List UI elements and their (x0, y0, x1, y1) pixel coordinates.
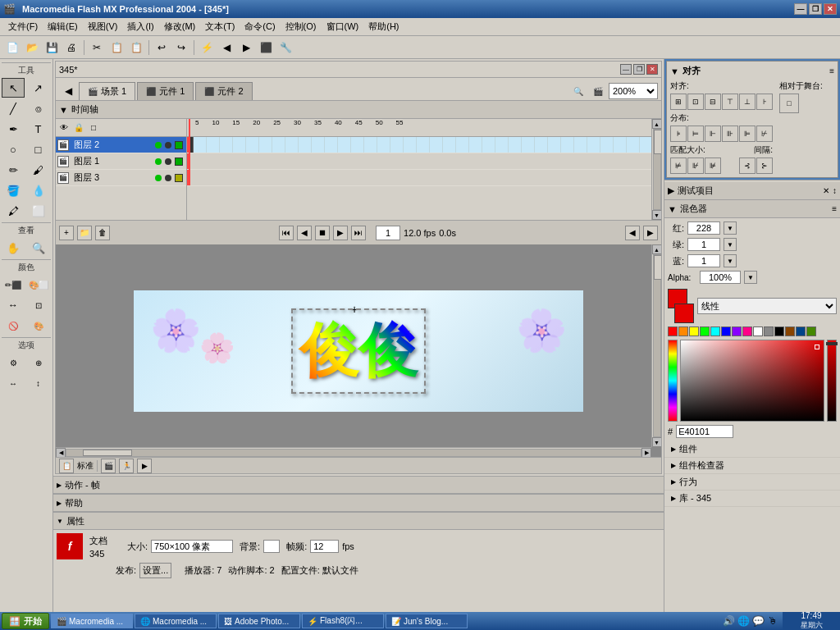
timeline-vscroll[interactable]: ▲ ▼ (651, 119, 661, 220)
play-prev-btn[interactable]: ⏮ (279, 226, 294, 240)
align-right[interactable]: ⊟ (705, 94, 721, 110)
red-input[interactable] (687, 221, 720, 235)
option3[interactable]: ↔ (2, 373, 25, 393)
hue-bar[interactable] (668, 340, 678, 422)
tool-ink[interactable]: 💧 (27, 180, 50, 200)
style-select[interactable]: 线性 纯色 径向 位图 (697, 298, 837, 314)
menu-file[interactable]: 文件(F) (3, 19, 43, 34)
add-layer-btn[interactable]: + (59, 226, 74, 240)
scene-tab-2[interactable]: ⬛ 元件 1 (137, 82, 194, 100)
mixer-options[interactable]: ≡ (832, 204, 837, 213)
green-dropdown[interactable]: ▼ (724, 238, 737, 251)
match-3[interactable]: ⊯ (705, 158, 721, 174)
menu-text[interactable]: 文本(T) (200, 19, 240, 34)
option2[interactable]: ⊕ (27, 353, 50, 372)
tray-icon-4[interactable]: 🖰 (766, 614, 779, 628)
tool-pen[interactable]: ✒ (2, 119, 25, 139)
start-button[interactable]: 🪟 开始 (2, 613, 49, 629)
close-button[interactable]: ✕ (824, 3, 837, 15)
flash-close-btn[interactable]: ✕ (646, 64, 658, 75)
menu-modify[interactable]: 修改(M) (159, 19, 201, 34)
tb-btn3[interactable]: ▶ (237, 39, 255, 57)
size-input[interactable] (151, 540, 233, 553)
dist-4[interactable]: ⊪ (722, 126, 738, 142)
swatch-black[interactable] (774, 326, 784, 336)
tool-rect[interactable]: □ (27, 139, 50, 159)
fill-color[interactable]: 🎨⬜ (27, 275, 50, 294)
outline-icon[interactable]: □ (87, 121, 100, 135)
play-fwd-btn[interactable]: ▶ (333, 226, 348, 240)
tb-btn2[interactable]: ◀ (217, 39, 235, 57)
flash-min-btn[interactable]: — (620, 64, 632, 75)
tl-scroll-right[interactable]: ▶ (643, 226, 658, 240)
group-inspector-panel[interactable]: ▶ 组件检查器 (664, 458, 840, 474)
open-btn[interactable]: 📂 (23, 39, 41, 57)
style-panel-header[interactable]: ▶ 测试项目 ✕ ↕ (664, 182, 840, 200)
tray-icon-2[interactable]: 🌐 (737, 614, 750, 628)
tool-text[interactable]: T (27, 119, 50, 139)
tool-zoom[interactable]: 🔍 (27, 238, 50, 258)
flash-restore-btn[interactable]: ❐ (633, 64, 645, 75)
status-icon4[interactable]: ▶ (137, 459, 152, 473)
undo-btn[interactable]: ↩ (153, 39, 171, 57)
color-mixer-header[interactable]: ▼ 混色器 ≡ (664, 200, 840, 218)
tl-scroll-left[interactable]: ◀ (625, 226, 640, 240)
stage-vscroll[interactable]: ▲ ▼ (651, 244, 661, 447)
print-btn[interactable]: 🖨 (62, 39, 80, 57)
properties-panel-header[interactable]: ▼ 属性 (53, 512, 664, 530)
swatch-red[interactable] (668, 326, 678, 336)
lock-icon[interactable]: 🔒 (72, 121, 85, 135)
scene-tab-1[interactable]: 🎬 场景 1 (79, 82, 135, 100)
tb-btn5[interactable]: 🔧 (276, 39, 294, 57)
stop-btn[interactable]: ⏹ (315, 226, 330, 240)
menu-edit[interactable]: 编辑(E) (43, 19, 83, 34)
green-input[interactable] (687, 238, 720, 251)
play-next-btn[interactable]: ⏭ (351, 226, 366, 240)
zoom-scene-btn[interactable]: 🎬 (589, 82, 607, 100)
taskbar-item-1[interactable]: 🎬 Macromedia ... (51, 614, 133, 628)
tool-oval[interactable]: ○ (2, 139, 25, 159)
tray-icon-1[interactable]: 🔊 (722, 614, 735, 628)
swatch-violet[interactable] (732, 326, 742, 336)
tb-btn1[interactable]: ⚡ (198, 39, 216, 57)
copy-btn[interactable]: 📋 (107, 39, 126, 57)
blue-input[interactable] (687, 254, 720, 267)
tool-eraser[interactable]: ⬜ (27, 201, 50, 221)
tool-pencil[interactable]: ✏ (2, 160, 25, 180)
eye-icon[interactable]: 👁 (57, 121, 71, 135)
swatch-green[interactable] (700, 326, 710, 336)
swatch-gray[interactable] (764, 326, 774, 336)
dist-2[interactable]: ⊨ (687, 126, 704, 142)
stage-relative-btn[interactable]: □ (779, 94, 799, 113)
vscroll-down[interactable]: ▼ (652, 210, 662, 220)
swatch-cyan[interactable] (710, 326, 720, 336)
blue-dropdown[interactable]: ▼ (724, 254, 737, 267)
stage-hscroll-left[interactable]: ◀ (56, 448, 66, 458)
tool-fill[interactable]: 🪣 (2, 180, 25, 200)
add-folder-btn[interactable]: 📁 (77, 226, 92, 240)
stage-hscroll-thumb[interactable] (83, 450, 132, 456)
redo-btn[interactable]: ↪ (172, 39, 190, 57)
swatch-pink[interactable] (742, 326, 752, 336)
bg-swatch[interactable] (263, 540, 280, 553)
vscroll-thumb[interactable] (654, 130, 662, 154)
match-1[interactable]: ⊭ (670, 158, 687, 174)
red-dropdown[interactable]: ▼ (724, 221, 737, 235)
library-panel[interactable]: ▶ 库 - 345 (664, 491, 840, 507)
dist-5[interactable]: ⊫ (739, 126, 756, 142)
menu-view[interactable]: 视图(V) (83, 19, 123, 34)
tool-arrow[interactable]: ↖ (2, 78, 25, 98)
stage-vscroll-up[interactable]: ▲ (652, 244, 662, 254)
vscroll-up[interactable]: ▲ (652, 119, 662, 129)
stroke-color[interactable]: ✏⬛ (2, 275, 25, 294)
scene-tab-3[interactable]: ⬛ 元件 2 (195, 82, 252, 100)
alpha-dropdown[interactable]: ▼ (744, 271, 757, 284)
taskbar-item-4[interactable]: ⚡ Flash8(闪... (302, 614, 384, 628)
dist-3[interactable]: ⊩ (705, 126, 721, 142)
stage-hscroll-right[interactable]: ▶ (641, 448, 651, 458)
swatch-navy[interactable] (796, 326, 806, 336)
style-options[interactable]: ✕ (823, 186, 829, 195)
help-panel-header[interactable]: ▶ 帮助 (53, 494, 664, 512)
default-colors[interactable]: ⊡ (27, 295, 50, 315)
save-btn[interactable]: 💾 (43, 39, 61, 57)
